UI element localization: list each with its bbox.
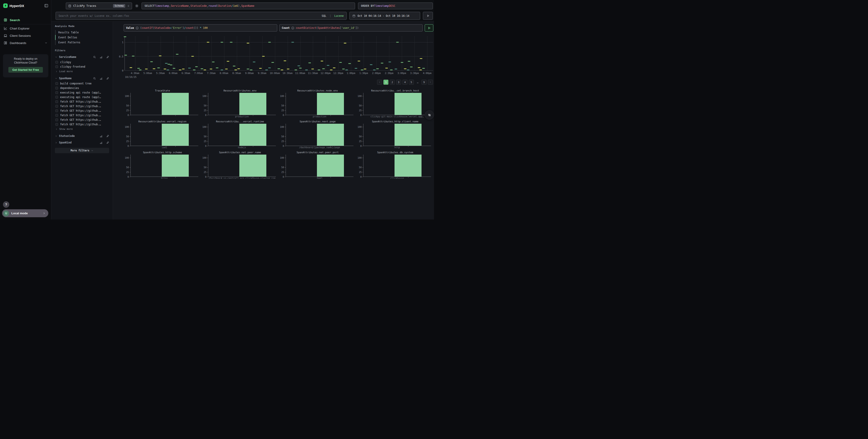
mini-chart-resourceattribu-cel-branch-host[interactable]: ResourceAttribu..cel.branch_host10050250… [356,89,434,119]
show-more-link[interactable]: Show more [55,127,109,131]
checkbox[interactable] [55,61,58,64]
user-menu[interactable]: U Local mode [2,209,48,217]
order-by-input[interactable]: ORDER BY Timestamp DESC [358,2,433,9]
page-2[interactable]: 2 [390,80,395,85]
page-9[interactable]: 9 [422,80,427,85]
mini-chart-resourceattributes-node-env[interactable]: ResourceAttributes.node.env10050250produ… [279,89,356,119]
sidebar-item-chart-explorer[interactable]: Chart Explorer [0,25,51,32]
data-point [191,56,194,57]
pin-icon[interactable] [106,77,109,80]
mini-chart-spanattributes-net-peer-port[interactable]: SpanAttributes.net.peer.port100502508443 [279,151,356,181]
count-expression-input[interactable]: Count countDistinct(SpanAttributes['user… [279,24,423,32]
more-filters-button[interactable]: More filters [55,148,109,153]
analysis-mode-event-patterns[interactable]: Event Patterns [55,40,109,45]
data-point [204,69,206,70]
bars-icon[interactable] [100,141,102,144]
filter-option-fetch-get-https-github[interactable]: fetch GET https://github.… [55,122,109,127]
bars-icon[interactable] [100,135,102,138]
mini-chart-resourceattribu-vercel-runtime[interactable]: ResourceAttribu...vercel.runtime10050250… [201,120,279,150]
filter-option-fetch-get-https-github[interactable]: fetch GET https://github.… [55,104,109,109]
page-next-button[interactable] [428,80,433,85]
search-icon[interactable] [93,56,96,59]
mini-chart-spanattributes-next-page[interactable]: SpanAttributes.next.page10050250/dashboa… [279,120,356,150]
filter-option-dependencies[interactable]: dependencies [55,86,109,90]
data-point [193,69,195,70]
data-point [271,62,274,63]
checkbox[interactable] [55,82,58,85]
date-range-value: Oct 10 04:16:14 - Oct 10 16:16:14 [358,14,409,18]
filter-option-fetch-get-https-github[interactable]: fetch GET https://github.… [55,109,109,113]
filter-option-fetch-get-https-github[interactable]: fetch GET https://github.… [55,118,109,122]
filter-option-executing-api-route-app[interactable]: executing api route (app)… [55,95,109,99]
pin-icon[interactable] [106,141,109,144]
page-4[interactable]: 4 [402,80,407,85]
mini-chart-resourceattributes-env[interactable]: ResourceAttributes.env10050250production [201,89,279,119]
mini-chart-spanattributes-db-system[interactable]: SpanAttributes.db.system10050250clickhou… [356,151,434,181]
pin-icon[interactable] [106,135,109,138]
collapse-sidebar-icon[interactable] [44,4,48,8]
bars-icon[interactable] [100,77,102,80]
filter-option-executing-api-route-app[interactable]: executing api route (app)… [55,90,109,95]
filter-option-clickpy-frontend[interactable]: clickpy-frontend [55,64,109,69]
search-input[interactable]: Search your events w/ Lucene ex. column:… [56,12,347,20]
checkbox[interactable] [55,100,58,103]
checkbox[interactable] [55,65,58,68]
sidebar-item-dashboards[interactable]: Dashboards [0,39,51,47]
checkbox[interactable] [55,109,58,112]
checkbox[interactable] [55,114,58,117]
data-point [322,68,324,69]
date-range-picker[interactable]: Oct 10 04:16:14 - Oct 10 16:16:14 [349,12,420,20]
checkbox[interactable] [55,123,58,126]
filter-option-build-component-tree[interactable]: build component tree [55,81,109,86]
panel-settings-floating-button[interactable] [425,110,434,120]
mini-chart-resourceattributes-vercel-region[interactable]: ResourceAttributes.vercel.region10050250… [124,120,201,150]
mini-chart-tracestate[interactable]: TraceState10050250 [124,89,201,119]
event-deltas-chart[interactable] [125,36,433,70]
bar [162,93,189,115]
search-icon[interactable] [93,77,96,80]
filter-option-clickpy[interactable]: clickpy [55,60,109,64]
checkbox[interactable] [55,91,58,94]
page-1[interactable]: 1 [383,80,389,85]
filter-group-spanname[interactable]: SpanName [55,77,109,80]
lang-toggle-sql[interactable]: SQL [322,14,327,18]
filter-group-spankind[interactable]: SpanKind [55,141,109,144]
page-prev-button[interactable] [377,80,382,85]
load-more-link[interactable]: Load more [55,69,109,73]
help-button[interactable]: ? [3,201,9,208]
get-started-button[interactable]: Get Started for Free [8,67,43,72]
page-3[interactable]: 3 [396,80,401,85]
data-point [220,69,223,70]
x-tick-label: 12:00pm [320,72,331,75]
run-search-button[interactable] [423,12,433,20]
filter-option-fetch-get-https-github[interactable]: fetch GET https://github.… [55,113,109,118]
data-point [419,69,422,70]
run-query-button[interactable] [425,24,433,32]
mini-chart-spanattributes-net-peer-name[interactable]: SpanAttributes.net.peer.name10050250z5nr… [201,151,279,181]
checkbox[interactable] [55,118,58,121]
checkbox[interactable] [55,105,58,108]
chevron-right-icon [43,212,45,215]
checkbox[interactable] [55,87,58,89]
sidebar-item-search[interactable]: Search [0,16,51,24]
chevron-right-icon [55,128,58,130]
analysis-mode-results-table[interactable]: Results Table [55,30,109,35]
analysis-mode-event-deltas[interactable]: Event Deltas [55,35,109,40]
filter-group-statuscode[interactable]: StatusCode [55,135,109,138]
filter-option-fetch-get-https-github[interactable]: fetch GET https://github.… [55,99,109,104]
mini-chart-spanattributes-http-scheme[interactable]: SpanAttributes.http.scheme10050250https [124,151,201,181]
checkbox[interactable] [55,96,58,98]
page-5[interactable]: 5 [409,80,414,85]
sidebar-item-client-sessions[interactable]: Client Sessions [0,32,51,39]
bars-icon[interactable] [100,56,102,59]
lang-toggle-lucene[interactable]: Lucene [334,14,344,18]
source-select[interactable]: ClickPy Traces Schema [66,2,132,9]
y-tick-label: 0 [122,69,123,72]
pin-icon[interactable] [106,56,109,59]
mini-chart-spanattributes-http-client-name[interactable]: SpanAttributes.http.client.name10050250h… [356,120,434,150]
value-expression-input[interactable]: Value (countIf(StatusCode='Error')/count… [124,24,277,32]
filter-group-servicename[interactable]: ServiceName [55,55,109,59]
gear-icon[interactable] [135,4,138,8]
x-tick-label: 7:30am [207,72,216,75]
sql-select-input[interactable]: SELECT Timestamp, ServiceName, StatusCod… [142,2,355,9]
